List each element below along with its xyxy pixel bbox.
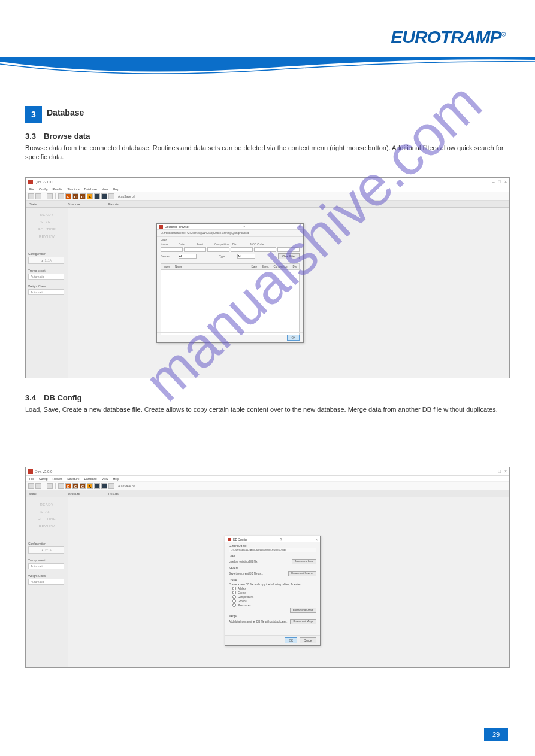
menu-view[interactable]: View (102, 187, 108, 191)
filter-event-input[interactable] (207, 247, 229, 252)
toolbar-icon[interactable] (101, 483, 107, 489)
state-review: REVIEW (28, 523, 65, 530)
current-db-label: Current DB file: (229, 545, 247, 548)
toolbar-icon[interactable] (58, 483, 64, 489)
toolbar-icon[interactable] (35, 483, 41, 489)
config-button[interactable]: ▲ 1x1A (28, 257, 64, 264)
minimize-button[interactable]: – (492, 469, 495, 473)
menu-structure[interactable]: Structure (67, 187, 79, 191)
toolbar-e-icon[interactable]: E (65, 193, 71, 199)
cancel-button[interactable]: Cancel (300, 637, 316, 643)
dialog-icon (228, 538, 231, 541)
app-icon (28, 180, 33, 184)
toolbar-icon[interactable] (47, 193, 53, 199)
results-table[interactable]: Index Name Date Event Competition Dis (161, 263, 300, 335)
filter-dis-input[interactable] (254, 247, 276, 252)
toolbar-c-icon[interactable]: C (80, 193, 86, 199)
maximize-button[interactable]: □ (498, 180, 501, 184)
menu-file[interactable]: File (29, 477, 34, 481)
titlebar: Qira v3.0.0 – □ × (26, 467, 509, 476)
autosave-label: AutoSave off (118, 195, 135, 198)
check-athlets[interactable] (232, 587, 236, 590)
filter-name-label: Name (161, 243, 177, 246)
toolbar-a-icon[interactable]: A (87, 483, 93, 489)
menu-help[interactable]: Help (113, 477, 119, 481)
check-competitions[interactable] (232, 595, 236, 599)
tramp-select[interactable]: Automatic (28, 563, 64, 569)
browse-merge-button[interactable]: Browse and Merge (290, 619, 316, 624)
gender-select[interactable]: All (179, 254, 197, 259)
dialog-close-icon[interactable]: × (315, 538, 318, 541)
current-db-path: C:\Users\sigi1143\AppData\Roaming\Qira\q… (229, 548, 316, 552)
browse-create-button[interactable]: Browse and Create (290, 608, 316, 613)
subsection-heading: 3.3 Browse data (25, 132, 90, 141)
type-select[interactable]: All (237, 254, 255, 259)
dialog-close-icon[interactable]: × (298, 225, 301, 229)
toolbar-icon[interactable] (35, 193, 41, 199)
toolbar-icon[interactable] (108, 193, 114, 199)
app-window-browse: Qira v3.0.0 – □ × File Config Results St… (25, 177, 510, 378)
maximize-button[interactable]: □ (498, 469, 501, 473)
ok-button[interactable]: OK (287, 335, 300, 341)
dialog-help-icon[interactable]: ? (243, 225, 245, 229)
toolbar-icon[interactable] (94, 483, 100, 489)
menu-help[interactable]: Help (113, 187, 119, 191)
toolbar-c-icon[interactable]: C (72, 483, 78, 489)
toolbar-icon[interactable] (108, 483, 114, 489)
toolbar-icon[interactable] (47, 483, 53, 489)
toolbar-c-icon[interactable]: C (80, 483, 86, 489)
toolbar-a-icon[interactable]: A (87, 193, 93, 199)
browse-save-button[interactable]: Browse and Save as (288, 571, 316, 576)
filter-date-input[interactable] (184, 247, 206, 252)
toolbar-icon[interactable] (101, 193, 107, 199)
toolbar-c-icon[interactable]: C (72, 193, 78, 199)
column-headers: State Structure Results (26, 490, 509, 497)
state-start: START (28, 218, 65, 226)
filter-noc-input[interactable] (277, 247, 300, 252)
weight-select[interactable]: Automatic (28, 289, 64, 295)
filter-competition-input[interactable] (231, 247, 253, 252)
menubar: File Config Results Structure Database V… (26, 476, 509, 482)
th-index: Index (161, 265, 173, 268)
header-wave (0, 57, 535, 81)
dialog-help-icon[interactable]: ? (280, 538, 282, 541)
check-groups[interactable] (232, 599, 236, 603)
close-button[interactable]: × (504, 469, 507, 473)
col-results: Results (108, 202, 144, 206)
browse-load-button[interactable]: Browse and Load (292, 559, 316, 564)
toolbar-icon[interactable] (28, 193, 34, 199)
menu-config[interactable]: Config (39, 187, 47, 191)
clear-filter-button[interactable]: Clear Filter (278, 253, 300, 259)
menu-file[interactable]: File (29, 187, 34, 191)
filter-date-label: Date (179, 243, 195, 246)
db-config-dialog: DB Config ? × Current DB file: C:\Users\… (225, 536, 321, 646)
filter-noc-label: NOC Code (250, 243, 267, 246)
toolbar-e-icon[interactable]: E (65, 483, 71, 489)
th-name: Name (173, 265, 185, 268)
menu-database[interactable]: Database (84, 187, 97, 191)
state-routine: ROUTINE (28, 226, 65, 233)
merge-text: Add data from another DB file without du… (229, 620, 288, 623)
db-path-row: Current database file: C:\Users\sigi1143… (157, 230, 303, 237)
toolbar-icon[interactable] (58, 193, 64, 199)
config-button[interactable]: ▲ 1x1A (28, 546, 64, 554)
toolbar-icon[interactable] (94, 193, 100, 199)
menu-results[interactable]: Results (53, 187, 63, 191)
check-events[interactable] (232, 591, 236, 594)
toolbar-icon[interactable] (28, 483, 34, 489)
check-resources[interactable] (232, 603, 236, 607)
menu-config[interactable]: Config (39, 477, 47, 481)
filter-name-input[interactable] (161, 247, 183, 252)
tramp-select[interactable]: Automatic (28, 274, 64, 280)
config-label: Configuration (28, 252, 65, 256)
weight-select[interactable]: Automatic (28, 579, 64, 585)
autosave-label: AutoSave off (118, 484, 135, 488)
close-button[interactable]: × (504, 180, 507, 184)
menu-structure[interactable]: Structure (67, 477, 79, 481)
menu-database[interactable]: Database (84, 477, 97, 481)
menu-view[interactable]: View (102, 477, 108, 481)
dialog-title: Database Browser (165, 225, 189, 229)
menu-results[interactable]: Results (53, 477, 63, 481)
minimize-button[interactable]: – (492, 180, 495, 184)
ok-button[interactable]: OK (285, 637, 297, 643)
